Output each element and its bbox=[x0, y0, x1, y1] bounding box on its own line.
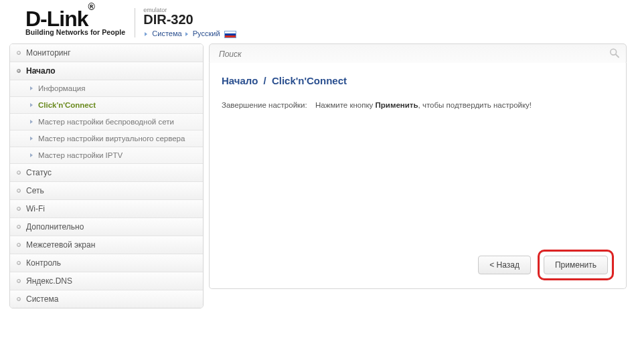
sidebar-item-5[interactable]: Дополнительно bbox=[10, 218, 203, 236]
sidebar-item-3[interactable]: Сеть bbox=[10, 182, 203, 200]
logo: D-Link® Building Networks for People bbox=[25, 4, 125, 36]
sidebar-item-label: Сеть bbox=[26, 186, 44, 195]
sidebar-item-8[interactable]: Яндекс.DNS bbox=[10, 272, 203, 290]
bullet-icon bbox=[17, 261, 21, 265]
sidebar-subitem-1-2[interactable]: Мастер настройки беспроводной сети bbox=[10, 114, 203, 130]
sidebar-item-label: Дополнительно bbox=[26, 222, 84, 232]
sidebar: МониторингНачалоИнформацияClick'n'Connec… bbox=[9, 43, 204, 308]
header: D-Link® Building Networks for People emu… bbox=[9, 0, 627, 43]
chevron-right-icon bbox=[145, 32, 147, 36]
bullet-icon bbox=[17, 225, 21, 229]
logo-word: D-Link bbox=[25, 7, 88, 31]
sidebar-item-label: Межсетевой экран bbox=[26, 240, 95, 250]
model-name: DIR-320 bbox=[143, 13, 236, 26]
svg-line-1 bbox=[616, 54, 619, 57]
bullet-icon bbox=[17, 51, 21, 55]
sidebar-subitem-1-4[interactable]: Мастер настройки IPTV bbox=[10, 147, 203, 164]
chevron-right-icon bbox=[30, 86, 33, 90]
info-text-bold: Применить bbox=[376, 101, 418, 109]
sidebar-item-label: Система bbox=[26, 294, 58, 304]
breadcrumb-page: Click'n'Connect bbox=[272, 75, 347, 86]
model-block: emulator DIR-320 Система Русский bbox=[143, 4, 236, 38]
registered-mark: ® bbox=[88, 1, 94, 12]
sidebar-item-7[interactable]: Контроль bbox=[10, 254, 203, 272]
sidebar-item-6[interactable]: Межсетевой экран bbox=[10, 236, 203, 254]
logo-text: D-Link® bbox=[25, 8, 125, 29]
apply-highlight: Применить bbox=[538, 250, 614, 280]
sidebar-subitem-label: Информация bbox=[38, 84, 85, 92]
bullet-icon bbox=[17, 243, 21, 247]
sidebar-subitem-label: Click'n'Connect bbox=[38, 101, 96, 109]
breadcrumb: Начало / Click'n'Connect bbox=[222, 75, 614, 86]
sidebar-subitem-label: Мастер настройки беспроводной сети bbox=[38, 118, 174, 126]
footer-buttons: < Назад Применить bbox=[222, 243, 614, 280]
crumb-language-link[interactable]: Русский bbox=[193, 29, 220, 37]
info-row: Завершение настройки: Нажмите кнопку При… bbox=[222, 101, 614, 109]
bullet-icon bbox=[17, 171, 21, 175]
header-crumb: Система Русский bbox=[143, 29, 236, 38]
bullet-icon bbox=[17, 297, 21, 301]
bullet-icon bbox=[17, 189, 21, 193]
breadcrumb-root: Начало bbox=[222, 75, 258, 86]
sidebar-item-2[interactable]: Статус bbox=[10, 164, 203, 182]
content-panel: Начало / Click'n'Connect Завершение наст… bbox=[209, 63, 627, 289]
sidebar-item-9[interactable]: Система bbox=[10, 290, 203, 308]
sidebar-item-label: Контроль bbox=[26, 258, 61, 268]
sidebar-subitem-1-0[interactable]: Информация bbox=[10, 80, 203, 97]
info-row-label: Завершение настройки: bbox=[222, 101, 315, 109]
info-text-prefix: Нажмите кнопку bbox=[315, 101, 376, 109]
flag-russia-icon bbox=[224, 31, 236, 38]
breadcrumb-sep: / bbox=[264, 75, 266, 86]
header-divider bbox=[135, 8, 135, 37]
chevron-right-icon bbox=[185, 32, 188, 36]
bullet-icon bbox=[17, 69, 21, 73]
search-wrap bbox=[209, 43, 627, 65]
sidebar-item-0[interactable]: Мониторинг bbox=[10, 44, 203, 62]
chevron-right-icon bbox=[30, 136, 33, 141]
apply-button[interactable]: Применить bbox=[544, 256, 608, 274]
sidebar-item-label: Wi-Fi bbox=[26, 204, 45, 213]
info-text-suffix: , чтобы подтвердить настройку! bbox=[418, 101, 532, 109]
bullet-icon bbox=[17, 279, 21, 283]
chevron-right-icon bbox=[30, 120, 33, 124]
sidebar-menu: МониторингНачалоИнформацияClick'n'Connec… bbox=[9, 43, 204, 308]
back-button[interactable]: < Назад bbox=[478, 256, 531, 274]
sidebar-item-label: Статус bbox=[26, 168, 52, 177]
sidebar-subitem-1-1[interactable]: Click'n'Connect bbox=[10, 97, 203, 114]
info-row-value: Нажмите кнопку Применить, чтобы подтверд… bbox=[315, 101, 532, 109]
sidebar-item-1[interactable]: Начало bbox=[10, 62, 203, 80]
sidebar-subitem-label: Мастер настройки IPTV bbox=[38, 151, 123, 159]
bullet-icon bbox=[17, 207, 21, 211]
chevron-right-icon bbox=[30, 103, 33, 107]
sidebar-item-label: Яндекс.DNS bbox=[26, 276, 72, 286]
logo-tagline: Building Networks for People bbox=[25, 28, 125, 36]
search-input[interactable] bbox=[209, 43, 627, 65]
sidebar-item-4[interactable]: Wi-Fi bbox=[10, 200, 203, 218]
main: Начало / Click'n'Connect Завершение наст… bbox=[209, 43, 627, 308]
sidebar-item-label: Мониторинг bbox=[26, 48, 71, 58]
sidebar-subitem-1-3[interactable]: Мастер настройки виртуального сервера bbox=[10, 130, 203, 147]
chevron-right-icon bbox=[30, 153, 33, 157]
sidebar-subitem-label: Мастер настройки виртуального сервера bbox=[38, 134, 185, 143]
search-icon[interactable] bbox=[609, 48, 620, 60]
sidebar-item-label: Начало bbox=[26, 66, 55, 76]
crumb-system-link[interactable]: Система bbox=[152, 29, 181, 37]
